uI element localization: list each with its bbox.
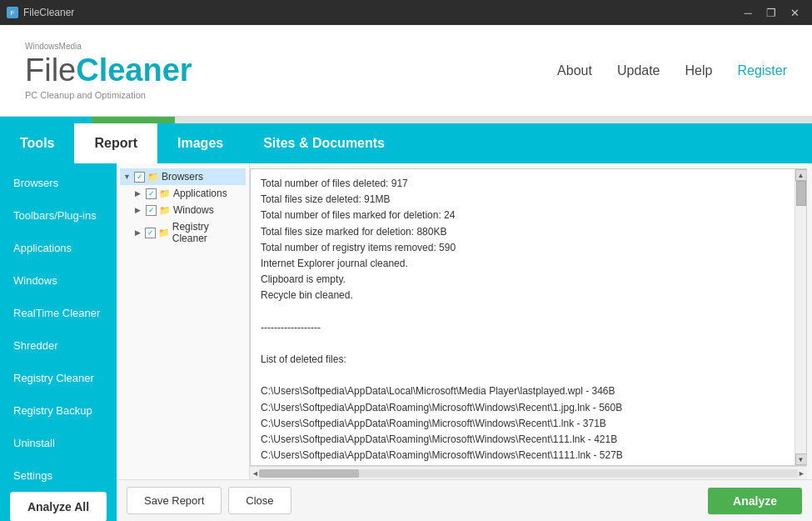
sidebar-item-shredder[interactable]: Shredder [0,329,117,362]
sidebar-item-applications[interactable]: Applications [0,232,117,264]
bottom-bar: Save Report Close Analyze [117,479,812,521]
tree-folder-icon-registry: 📁 [158,228,170,238]
sidebar-item-toolbars[interactable]: Toolbars/Plug-ins [0,199,117,232]
hscroll-track [259,469,798,478]
tree-item-applications[interactable]: ▶ ✓ 📁 Applications [120,185,246,202]
title-text: FileCleaner [23,7,74,18]
header-nav: About Update Help Register [557,63,787,78]
tab-images[interactable]: Images [157,123,243,163]
tab-sites-docs[interactable]: Sites & Documents [243,123,405,163]
tree-checkbox-browsers[interactable]: ✓ [134,172,145,183]
sidebar-item-registry-backup[interactable]: Registry Backup [0,394,117,427]
logo-section: WindowsMedia File Cleaner PC Cleanup and… [25,42,192,100]
window-controls: ─ ❐ ✕ [737,3,805,22]
close-button[interactable]: Close [228,487,291,514]
tree-expand-applications[interactable]: ▶ [135,189,143,198]
progress-bar [0,117,812,123]
right-panel: ▼ ✓ 📁 Browsers ▶ ✓ 📁 Applications ▶ ✓ 📁 [117,163,812,521]
tree-folder-icon-browsers: 📁 [147,172,159,183]
tree-checkbox-windows[interactable]: ✓ [146,205,157,216]
nav-help[interactable]: Help [685,63,713,78]
hscroll-right-btn[interactable]: ► [798,469,805,478]
report-vscrollbar[interactable]: ▲ ▼ [795,169,806,465]
tree-label-applications: Applications [173,188,227,199]
tree-label-browsers: Browsers [162,171,203,183]
nav-register[interactable]: Register [737,63,787,78]
tree-expand-browsers[interactable]: ▼ [123,173,132,181]
report-scroll-area[interactable]: Total number of files deleted: 917 Total… [251,169,795,465]
content-area: ▼ ✓ 📁 Browsers ▶ ✓ 📁 Applications ▶ ✓ 📁 [117,163,812,479]
tree-folder-icon-applications: 📁 [159,188,171,199]
report-text: Total number of files deleted: 917 Total… [261,176,785,465]
header: WindowsMedia File Cleaner PC Cleanup and… [0,25,812,117]
tree-label-windows: Windows [173,204,214,216]
sidebar-item-browsers[interactable]: Browsers [0,167,117,199]
tree-checkbox-applications[interactable]: ✓ [146,188,157,199]
tree-item-windows[interactable]: ▶ ✓ 📁 Windows [120,202,246,218]
vscroll-up-btn[interactable]: ▲ [795,169,807,181]
logo-cleaner-text: Cleaner [76,53,192,88]
hscroll-thumb[interactable] [259,469,359,478]
vscroll-down-btn[interactable]: ▼ [795,453,807,465]
report-hscrollbar[interactable]: ◄ ► [250,466,807,479]
tree-folder-icon-windows: 📁 [159,205,171,216]
logo-tagline: PC Cleanup and Optimization [25,90,192,100]
nav-update[interactable]: Update [617,63,660,78]
title-bar: F FileCleaner ─ ❐ ✕ [0,0,812,25]
tree-item-registry-cleaner[interactable]: ▶ ✓ 📁 Registry Cleaner [120,218,246,247]
sidebar-item-registry-cleaner[interactable]: Registry Cleaner [0,362,117,394]
tab-tools[interactable]: Tools [0,123,74,163]
analyze-all-button[interactable]: Analyze All [10,492,107,521]
progress-cyan [0,117,92,123]
sidebar-item-settings[interactable]: Settings [0,459,117,492]
tree-expand-registry[interactable]: ▶ [135,228,142,237]
vscroll-thumb[interactable] [796,181,806,206]
restore-button[interactable]: ❐ [760,3,782,22]
vscroll-track [795,181,807,453]
tree-checkbox-registry[interactable]: ✓ [145,228,155,238]
tab-report[interactable]: Report [74,123,157,163]
close-button[interactable]: ✕ [784,3,805,22]
hscroll-left-btn[interactable]: ◄ [252,469,259,478]
logo-name: File Cleaner [25,53,192,88]
progress-green [92,117,175,123]
logo-brand: WindowsMedia [25,42,192,51]
tab-bar: Tools Report Images Sites & Documents [0,123,812,163]
minimize-button[interactable]: ─ [737,3,759,22]
sidebar-item-uninstall[interactable]: Uninstall [0,427,117,459]
sidebar-item-windows[interactable]: Windows [0,264,117,297]
tree-label-registry: Registry Cleaner [172,221,242,244]
tree-item-browsers[interactable]: ▼ ✓ 📁 Browsers [120,168,246,185]
main-content: Browsers Toolbars/Plug-ins Applications … [0,163,812,521]
analyze-button[interactable]: Analyze [708,488,802,514]
logo-file-text: File [25,53,76,88]
tree-expand-windows[interactable]: ▶ [135,206,143,214]
app-icon: F [7,7,18,18]
tree-panel: ▼ ✓ 📁 Browsers ▶ ✓ 📁 Applications ▶ ✓ 📁 [117,163,250,479]
sidebar: Browsers Toolbars/Plug-ins Applications … [0,163,117,521]
sidebar-item-realtime[interactable]: RealTime Cleaner [0,297,117,329]
nav-about[interactable]: About [557,63,592,78]
save-report-button[interactable]: Save Report [127,487,222,514]
